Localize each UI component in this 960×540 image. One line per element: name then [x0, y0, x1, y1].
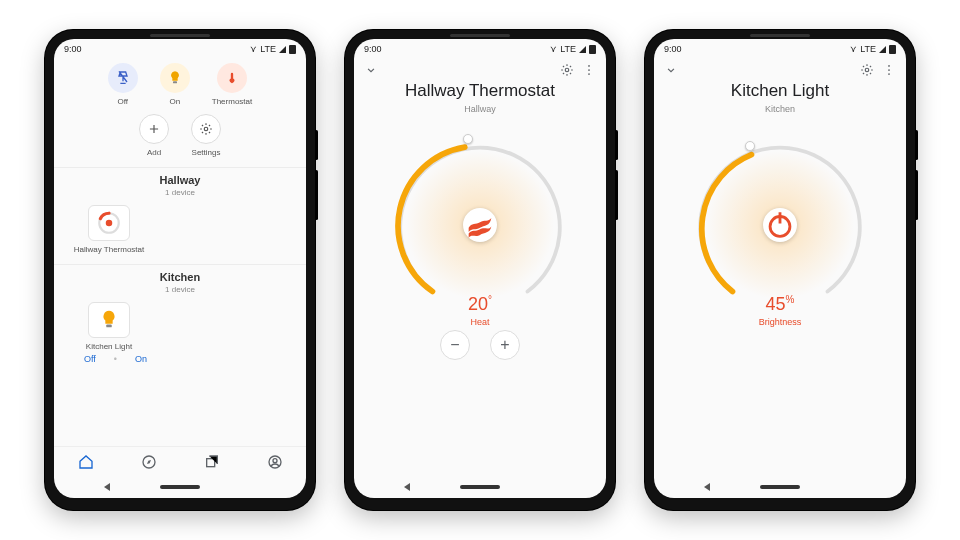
room-name: Hallway: [54, 174, 306, 186]
svg-point-9: [565, 68, 569, 72]
overflow-menu-icon[interactable]: [882, 63, 896, 77]
lte-label: LTE: [260, 44, 276, 54]
plus-icon: +: [500, 336, 509, 354]
battery-icon: [589, 45, 596, 54]
chip-add[interactable]: Add: [139, 114, 169, 157]
svg-point-12: [588, 73, 590, 75]
mode-label: Brightness: [685, 317, 875, 327]
device-label: Kitchen Light: [86, 342, 132, 351]
system-home-pill[interactable]: [760, 485, 800, 489]
divider: [54, 264, 306, 265]
phone-side-button: [615, 130, 618, 160]
chip-label: Thermostat: [212, 97, 252, 106]
page-title: Hallway Thermostat: [354, 81, 606, 101]
system-back-icon[interactable]: [704, 483, 710, 491]
wifi-icon: ⋎: [550, 44, 557, 54]
bottom-nav: [54, 446, 306, 476]
gear-icon: [191, 114, 221, 144]
power-button[interactable]: [763, 208, 797, 242]
status-bar: 9:00 ⋎ LTE: [654, 39, 906, 57]
phone-side-button: [915, 130, 918, 160]
thermometer-icon: [217, 63, 247, 93]
chip-label: On: [169, 97, 180, 106]
page-subtitle: Hallway: [354, 104, 606, 114]
device-card-kitchen-light[interactable]: Kitchen Light: [72, 302, 146, 351]
dial-handle[interactable]: [745, 141, 755, 151]
svg-rect-0: [173, 81, 177, 83]
brightness-value: 45%: [685, 294, 875, 315]
status-time: 9:00: [664, 44, 682, 54]
status-time: 9:00: [64, 44, 82, 54]
page-subtitle: Kitchen: [654, 104, 906, 114]
page-title: Kitchen Light: [654, 81, 906, 101]
svg-point-3: [106, 220, 113, 227]
temperature-value: 20°: [385, 294, 575, 315]
thermostat-dial[interactable]: 20° Heat: [385, 130, 575, 320]
mode-label: Heat: [385, 317, 575, 327]
svg-point-14: [888, 65, 890, 67]
room-device-count: 1 device: [54, 188, 306, 197]
svg-point-11: [588, 69, 590, 71]
nav-home-icon[interactable]: [78, 454, 94, 470]
phone-side-button: [315, 130, 318, 160]
chip-thermostat[interactable]: Thermostat: [212, 63, 252, 106]
svg-point-1: [204, 127, 208, 131]
quick-off[interactable]: Off: [84, 354, 96, 364]
room-name: Kitchen: [54, 271, 306, 283]
status-bar: 9:00 ⋎ LTE: [54, 39, 306, 57]
signal-icon: [579, 46, 586, 53]
back-chevron-icon[interactable]: [664, 63, 678, 77]
quick-on[interactable]: On: [135, 354, 147, 364]
minus-icon: −: [450, 336, 459, 354]
signal-icon: [279, 46, 286, 53]
quick-separator: •: [114, 354, 117, 364]
chip-label: Settings: [192, 148, 221, 157]
brightness-dial[interactable]: 45% Brightness: [685, 130, 875, 320]
nav-account-icon[interactable]: [267, 454, 283, 470]
system-back-icon[interactable]: [104, 483, 110, 491]
mode-button[interactable]: [463, 208, 497, 242]
svg-rect-4: [106, 325, 112, 328]
lte-label: LTE: [860, 44, 876, 54]
svg-point-8: [273, 458, 277, 462]
settings-gear-icon[interactable]: [560, 63, 574, 77]
chip-on[interactable]: On: [160, 63, 190, 106]
signal-icon: [879, 46, 886, 53]
back-chevron-icon[interactable]: [364, 63, 378, 77]
system-nav: [654, 476, 906, 498]
svg-point-13: [865, 68, 869, 72]
status-time: 9:00: [364, 44, 382, 54]
phone-side-button: [315, 170, 318, 220]
phone-thermostat: 9:00 ⋎ LTE Hallway Thermostat Hallway: [345, 30, 615, 510]
system-home-pill[interactable]: [160, 485, 200, 489]
light-bulb-icon: [88, 302, 130, 338]
nav-library-icon[interactable]: [204, 454, 220, 470]
divider: [54, 167, 306, 168]
thermostat-dial-icon: [88, 205, 130, 241]
system-nav: [354, 476, 606, 498]
svg-point-15: [888, 69, 890, 71]
plus-icon: [139, 114, 169, 144]
increase-button[interactable]: +: [490, 330, 520, 360]
chip-label: Add: [147, 148, 161, 157]
wifi-icon: ⋎: [850, 44, 857, 54]
wifi-icon: ⋎: [250, 44, 257, 54]
lte-label: LTE: [560, 44, 576, 54]
dial-handle[interactable]: [463, 134, 473, 144]
decrease-button[interactable]: −: [440, 330, 470, 360]
status-bar: 9:00 ⋎ LTE: [354, 39, 606, 57]
nav-compass-icon[interactable]: [141, 454, 157, 470]
bulb-on-icon: [160, 63, 190, 93]
overflow-menu-icon[interactable]: [582, 63, 596, 77]
battery-icon: [889, 45, 896, 54]
phone-side-button: [615, 170, 618, 220]
settings-gear-icon[interactable]: [860, 63, 874, 77]
system-home-pill[interactable]: [460, 485, 500, 489]
chip-off[interactable]: Off: [108, 63, 138, 106]
device-card-hallway-thermostat[interactable]: Hallway Thermostat: [72, 205, 146, 254]
lamp-off-icon: [108, 63, 138, 93]
chip-settings[interactable]: Settings: [191, 114, 221, 157]
phone-home: 9:00 ⋎ LTE Off: [45, 30, 315, 510]
system-back-icon[interactable]: [404, 483, 410, 491]
svg-point-10: [588, 65, 590, 67]
